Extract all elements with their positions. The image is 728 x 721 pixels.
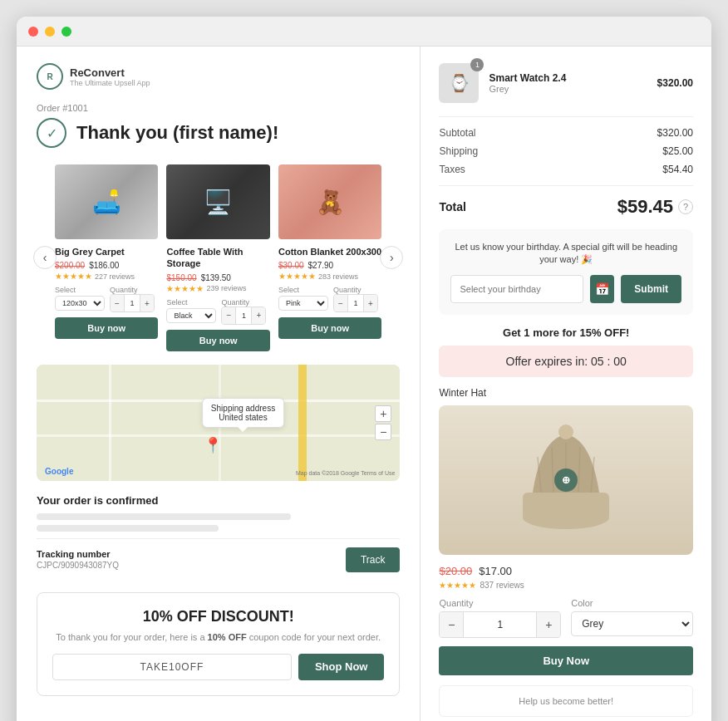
track-button[interactable]: Track [346,547,401,572]
product-name-1: Big Grey Carpet [55,246,158,258]
upsell-section: Get 1 more for 15% OFF! Offer expires in… [439,326,693,717]
taxes-label: Taxes [439,164,465,175]
calendar-button[interactable]: 📅 [590,275,614,303]
carousel-next-button[interactable]: › [380,246,403,269]
help-text: Help us become better! [519,696,613,706]
discount-desc: To thank you for your order, here is a 1… [52,632,384,642]
product-card-2: 🖥️ Coffee Table With Storage $150.00 $13… [166,164,269,351]
product-select-1[interactable]: 120x30 [55,296,105,311]
stars-2: ★★★★★ [166,284,204,293]
quantity-label: Quantity [439,598,561,608]
item-variant: Grey [489,84,647,94]
hat-review-count: 837 reviews [480,581,524,590]
qty-plus-1[interactable]: + [140,295,154,311]
shipping-row: Shipping $25.00 [439,145,693,157]
order-confirmed-section: Your order is confirmed Tracking number … [37,494,400,581]
qty-stepper: − 1 + [439,611,561,638]
dot-yellow[interactable] [45,27,55,37]
shipping-label: Shipping [439,145,478,157]
stars-row-3: ★★★★★ 283 reviews [278,272,381,281]
products-row: 🛋️ Big Grey Carpet $200.00 $186.00 ★★★★★… [37,164,400,351]
product-select-3[interactable]: Pink [278,296,328,311]
map-pin: 📍 [204,436,222,454]
item-info: Smart Watch 2.4 Grey [489,72,647,94]
map-zoom: + − [375,405,391,440]
review-count-2: 239 reviews [206,284,246,292]
product-card-3: 🧸 Cotton Blanket 200x300 $30.00 $27.90 ★… [278,164,381,351]
dot-green[interactable] [61,27,71,37]
hat-image: ⊕ [439,405,693,555]
qty-group-3: Quantity − 1 + [333,286,378,312]
discount-section: 10% OFF DISCOUNT! To thank you for your … [37,592,400,696]
product-image-carpet: 🛋️ [55,164,158,239]
qty-minus-1[interactable]: − [111,295,124,311]
coupon-row: TAKE10OFF Shop Now [52,654,384,680]
qty-control-3: − 1 + [333,294,378,312]
product-name-2: Coffee Table With Storage [166,246,269,270]
hat-stars-row: ★★★★★ 837 reviews [439,581,693,590]
qty-plus-2[interactable]: + [252,307,265,324]
select-group-2: Select Black [166,298,216,325]
order-confirmed-title: Your order is confirmed [37,494,400,507]
buy-now-button-3[interactable]: Buy now [278,317,381,339]
birthday-text: Let us know your birthday. A special gif… [450,241,681,267]
right-panel: 1 ⌚ Smart Watch 2.4 Grey $320.00 Subtota… [421,47,711,721]
left-panel: R ReConvert The Ultimate Upsell App Orde… [17,47,421,721]
order-info-line-1 [37,513,291,520]
color-select[interactable]: Grey Black White [571,611,693,636]
carousel-prev-button[interactable]: ‹ [33,246,57,269]
item-badge: 1 [470,58,484,71]
birthday-input-row: 📅 Submit [450,275,681,303]
qty-group-2: Quantity − 1 + [221,298,266,325]
hat-price-row: $20.00 $17.00 [439,565,693,577]
qty-val-1: 1 [124,295,140,311]
review-count-3: 283 reviews [318,272,358,281]
qty-control-1: − 1 + [110,294,155,312]
logo-brand: ReConvert [70,66,150,79]
birthday-submit-button[interactable]: Submit [621,275,681,303]
svg-rect-1 [523,493,609,519]
thank-you-text: Thank you (first name)! [76,122,278,144]
product-image-table: 🖥️ [166,164,269,239]
map-container: Shipping address United states 📍 + − Goo… [37,365,400,481]
qty-control-2: − 1 + [221,307,266,325]
thank-you-row: ✓ Thank you (first name)! [37,118,400,148]
upsell-header: Get 1 more for 15% OFF! [439,326,693,339]
hat-price-new: $17.00 [479,565,512,577]
item-price: $320.00 [657,77,693,89]
zoom-out-button[interactable]: − [375,424,391,440]
qty-stepper-minus[interactable]: − [440,612,463,637]
offer-timer-box: Offer expires in: 05 : 00 [439,346,693,377]
birthday-input[interactable] [450,275,583,303]
taxes-row: Taxes $54.40 [439,164,693,175]
qty-minus-2[interactable]: − [222,307,235,324]
dot-red[interactable] [28,27,38,37]
total-help-icon[interactable]: ? [678,199,693,214]
map-credit: Map data ©2018 Google Terms of Use [296,470,395,476]
stars-row-2: ★★★★★ 239 reviews [166,284,269,293]
buy-now-button-hat[interactable]: Buy Now [439,646,693,675]
price-new-2: $139.50 [201,273,231,282]
qty-val-3: 1 [347,295,364,311]
buy-now-button-1[interactable]: Buy now [55,317,158,339]
total-label: Total [439,200,465,213]
titlebar [17,17,711,47]
google-logo: Google [45,467,73,476]
color-group: Color Grey Black White [571,598,693,638]
zoom-in-button[interactable]: + [375,405,391,422]
birthday-section: Let us know your birthday. A special gif… [439,229,693,315]
price-row-3: $30.00 $27.90 [278,261,381,270]
price-old-3: $30.00 [278,261,304,270]
review-count-1: 227 reviews [95,272,135,281]
map-tooltip: Shipping address United states [202,398,284,428]
shop-now-button[interactable]: Shop Now [298,654,385,680]
qty-plus-3[interactable]: + [364,295,377,311]
qty-stepper-plus[interactable]: + [537,612,560,637]
qty-minus-3[interactable]: − [334,295,347,311]
divider-2 [439,185,693,186]
product-image-blanket: 🧸 [278,164,381,239]
buy-now-button-2[interactable]: Buy now [166,330,269,351]
qty-val-2: 1 [235,307,252,324]
coupon-code-box: TAKE10OFF [52,654,292,680]
product-select-2[interactable]: Black [166,308,216,323]
